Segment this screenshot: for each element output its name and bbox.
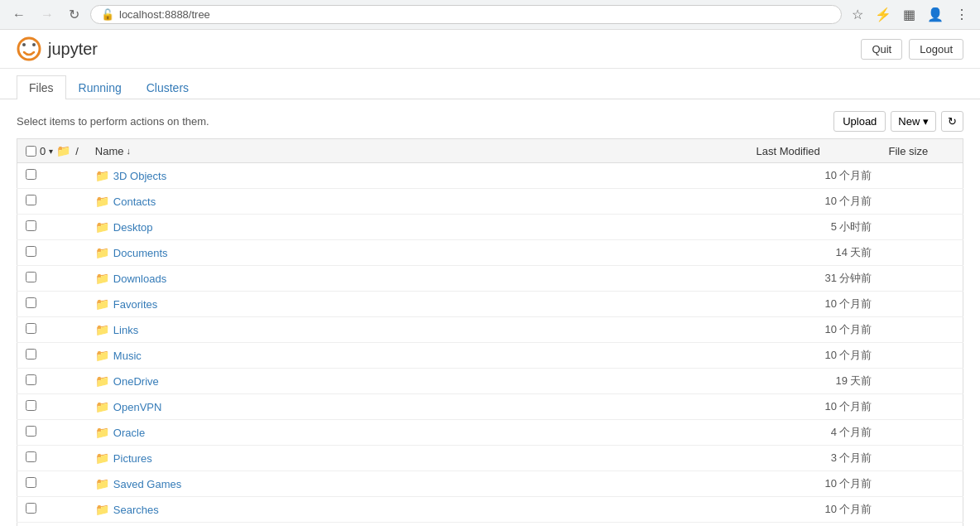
row-name-cell: 📁 Videos	[87, 523, 748, 527]
row-checkbox[interactable]	[26, 349, 36, 360]
table-row: 📁 Desktop 5 小时前	[17, 215, 963, 240]
folder-link[interactable]: 📁 Pictures	[95, 451, 740, 465]
toolbar: Select items to perform actions on them.…	[17, 111, 963, 132]
url-text: localhost:8888/tree	[119, 8, 210, 21]
folder-link[interactable]: 📁 Searches	[95, 503, 740, 516]
table-row: 📁 OneDrive 19 天前	[17, 369, 963, 394]
count-dropdown-arrow[interactable]: ▾	[49, 147, 53, 156]
forward-button[interactable]: →	[36, 6, 58, 24]
folder-icon: 📁	[95, 374, 109, 388]
address-bar[interactable]: 🔓 localhost:8888/tree	[90, 5, 842, 24]
row-name-cell: 📁 OpenVPN	[87, 394, 748, 420]
extensions-button[interactable]: ⚡	[872, 5, 895, 24]
logout-button[interactable]: Logout	[909, 39, 963, 60]
file-name: Favorites	[113, 298, 157, 311]
file-name: Pictures	[113, 452, 152, 465]
row-modified: 10 个月前	[748, 189, 881, 215]
row-modified: 10 个月前	[748, 523, 881, 527]
th-name[interactable]: Name ↓	[87, 139, 748, 163]
svg-point-0	[18, 38, 40, 60]
row-checkbox[interactable]	[26, 374, 36, 385]
table-row: 📁 Favorites 10 个月前	[17, 292, 963, 317]
folder-icon: 📁	[95, 272, 109, 285]
row-modified: 10 个月前	[748, 497, 881, 523]
row-size	[881, 163, 963, 189]
row-checkbox[interactable]	[26, 400, 36, 411]
tab-clusters[interactable]: Clusters	[134, 75, 201, 99]
row-checkbox-cell	[17, 189, 87, 215]
file-name: 3D Objects	[113, 170, 166, 182]
tab-files[interactable]: Files	[17, 75, 66, 99]
folder-icon: 📁	[95, 503, 109, 516]
folder-link[interactable]: 📁 3D Objects	[95, 169, 740, 182]
row-size	[881, 471, 963, 497]
refresh-button[interactable]: ↻	[941, 111, 963, 132]
row-checkbox[interactable]	[26, 451, 36, 462]
th-size[interactable]: File size	[881, 139, 963, 163]
row-checkbox-cell	[17, 420, 87, 446]
row-checkbox[interactable]	[26, 272, 36, 282]
row-checkbox[interactable]	[26, 503, 36, 514]
row-modified: 10 个月前	[748, 394, 881, 420]
row-checkbox-cell	[17, 497, 87, 523]
row-modified: 5 小时前	[748, 215, 881, 240]
new-button[interactable]: New ▾	[891, 111, 936, 132]
row-checkbox[interactable]	[26, 195, 36, 205]
folder-link[interactable]: 📁 Saved Games	[95, 477, 740, 490]
svg-point-2	[32, 43, 36, 46]
row-modified: 4 个月前	[748, 420, 881, 446]
row-checkbox[interactable]	[26, 220, 36, 231]
row-checkbox[interactable]	[26, 426, 36, 437]
row-size	[881, 266, 963, 292]
file-name: Oracle	[113, 427, 145, 439]
table-row: 📁 Documents 14 天前	[17, 240, 963, 266]
select-all-checkbox[interactable]	[26, 146, 36, 157]
row-checkbox[interactable]	[26, 169, 36, 180]
folder-link[interactable]: 📁 Links	[95, 323, 740, 336]
folder-icon: 📁	[95, 220, 109, 234]
upload-button[interactable]: Upload	[833, 111, 886, 132]
row-modified: 14 天前	[748, 240, 881, 266]
row-modified: 10 个月前	[748, 343, 881, 369]
folder-link[interactable]: 📁 OneDrive	[95, 374, 740, 388]
table-row: 📁 Links 10 个月前	[17, 317, 963, 343]
row-size	[881, 240, 963, 266]
folder-link[interactable]: 📁 Favorites	[95, 297, 740, 311]
folder-link[interactable]: 📁 Music	[95, 349, 740, 362]
bookmark-button[interactable]: ☆	[848, 5, 867, 24]
row-modified: 10 个月前	[748, 292, 881, 317]
row-modified: 19 天前	[748, 369, 881, 394]
row-name-cell: 📁 Desktop	[87, 215, 748, 240]
folder-link[interactable]: 📁 OpenVPN	[95, 400, 740, 413]
row-checkbox-cell	[17, 446, 87, 471]
row-checkbox[interactable]	[26, 246, 36, 257]
folder-link[interactable]: 📁 Downloads	[95, 272, 740, 285]
folder-link[interactable]: 📁 Oracle	[95, 426, 740, 439]
row-name-cell: 📁 Links	[87, 317, 748, 343]
th-modified[interactable]: Last Modified	[748, 139, 881, 163]
table-header-row: 0 ▾ 📁 / Name ↓ Last Modified File size	[17, 139, 963, 163]
row-checkbox-cell	[17, 163, 87, 189]
instruction-text: Select items to perform actions on them.	[17, 115, 209, 128]
count-label: 0	[40, 145, 46, 157]
quit-button[interactable]: Quit	[861, 39, 902, 60]
menu-button[interactable]: ⋮	[952, 5, 972, 24]
folder-icon: 📁	[95, 297, 109, 311]
row-checkbox[interactable]	[26, 477, 36, 488]
reload-button[interactable]: ↻	[65, 5, 84, 24]
row-checkbox-cell	[17, 394, 87, 420]
table-row: 📁 Oracle 4 个月前	[17, 420, 963, 446]
row-name-cell: 📁 Documents	[87, 240, 748, 266]
back-button[interactable]: ←	[8, 6, 30, 24]
row-checkbox[interactable]	[26, 297, 36, 308]
profile-button[interactable]: 👤	[924, 5, 947, 24]
row-checkbox[interactable]	[26, 323, 36, 334]
row-checkbox-cell	[17, 266, 87, 292]
cast-button[interactable]: ▦	[900, 5, 919, 24]
row-size	[881, 189, 963, 215]
svg-point-1	[22, 43, 26, 46]
folder-link[interactable]: 📁 Desktop	[95, 220, 740, 234]
folder-link[interactable]: 📁 Contacts	[95, 195, 740, 208]
tab-running[interactable]: Running	[66, 75, 134, 99]
folder-link[interactable]: 📁 Documents	[95, 246, 740, 259]
